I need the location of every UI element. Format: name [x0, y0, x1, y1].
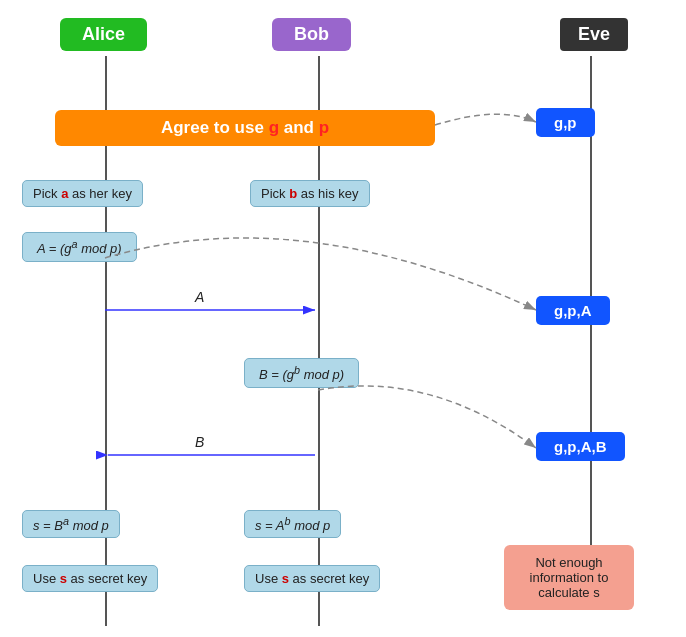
- alice-secret-box: s = Ba mod p: [22, 510, 120, 538]
- bob-formula-box: B = (gb mod p): [244, 358, 359, 388]
- agree-to-eve-arrow: [435, 114, 536, 125]
- arrow-b-label: B: [195, 434, 204, 450]
- alice-use-secret-box: Use s as secret key: [22, 565, 158, 592]
- bob-pick-box: Pick b as his key: [250, 180, 370, 207]
- bob-formula-text: B = (gb mod p): [259, 367, 344, 382]
- diagram: { "title": "Diffie-Hellman Key Exchange"…: [0, 0, 686, 637]
- alice-a-to-eve-arrow: [105, 238, 536, 310]
- eve-gpa-box: g,p,A: [536, 296, 610, 325]
- bob-secret-box: s = Ab mod p: [244, 510, 341, 538]
- eve-gpab-box: g,p,A,B: [536, 432, 625, 461]
- alice-label: Alice: [60, 18, 147, 51]
- agree-text-before: Agree to use: [161, 118, 269, 137]
- alice-pick-box: Pick a as her key: [22, 180, 143, 207]
- bob-label: Bob: [272, 18, 351, 51]
- eve-label: Eve: [560, 18, 628, 51]
- alice-key-letter: a: [61, 186, 68, 201]
- alice-formula-text: A = (ga mod p): [37, 241, 122, 256]
- bob-b-to-eve-arrow: [318, 386, 536, 448]
- eve-gp-box: g,p: [536, 108, 595, 137]
- agree-g: g: [269, 118, 279, 137]
- agree-bar: Agree to use g and p: [55, 110, 435, 146]
- agree-p: p: [319, 118, 329, 137]
- arrow-a-label: A: [194, 289, 204, 305]
- bob-use-secret-box: Use s as secret key: [244, 565, 380, 592]
- alice-formula-box: A = (ga mod p): [22, 232, 137, 262]
- eve-not-enough-box: Not enough information to calculate s: [504, 545, 634, 610]
- agree-text-middle: and: [279, 118, 319, 137]
- bob-key-letter: b: [289, 186, 297, 201]
